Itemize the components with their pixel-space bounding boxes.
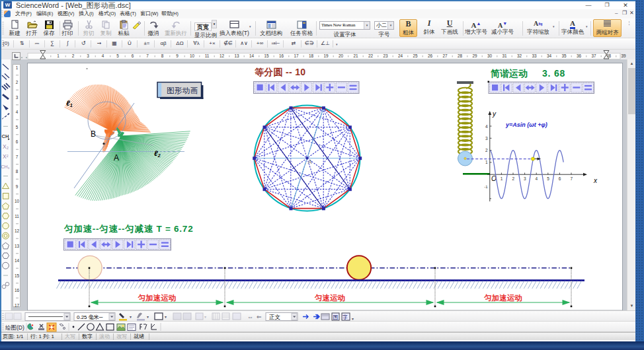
svg-text:17: 17 [15, 303, 20, 308]
svg-text:X²: X² [3, 153, 9, 160]
svg-text:14: 14 [15, 258, 20, 263]
svg-text:6: 6 [132, 53, 134, 58]
svg-text:11: 11 [15, 214, 19, 219]
svg-text:3: 3 [87, 53, 89, 58]
svg-text:国: 国 [333, 314, 339, 320]
svg-text:X₂: X₂ [3, 143, 9, 150]
svg-text:2: 2 [16, 80, 19, 85]
svg-text:29: 29 [472, 53, 477, 58]
svg-text:▾: ▾ [352, 317, 354, 321]
svg-text:8: 8 [16, 169, 19, 174]
svg-text:字: 字 [342, 314, 348, 320]
svg-text:2: 2 [512, 176, 514, 181]
svg-text:20: 20 [339, 53, 344, 58]
svg-text:-1: -1 [484, 185, 488, 189]
svg-text:19: 19 [323, 53, 329, 58]
svg-text:0.25 毫米─: 0.25 毫米─ [77, 314, 103, 320]
svg-text:13: 13 [234, 53, 239, 58]
svg-text:25: 25 [413, 53, 418, 58]
svg-text:26: 26 [428, 53, 433, 58]
svg-text:简谐运动: 简谐运动 [490, 68, 528, 79]
svg-text:13: 13 [15, 244, 20, 248]
svg-text:1: 1 [16, 65, 19, 70]
svg-text:36: 36 [577, 53, 582, 58]
svg-text:正文: 正文 [269, 314, 281, 320]
svg-text:17: 17 [294, 53, 299, 58]
svg-text:12: 12 [15, 228, 20, 233]
svg-text:图形动画: 图形动画 [167, 87, 198, 94]
svg-text:x: x [593, 177, 598, 184]
svg-text:39: 39 [621, 53, 626, 58]
svg-text:3: 3 [16, 95, 19, 100]
svg-text:9: 9 [16, 184, 19, 189]
svg-text:18: 18 [309, 53, 314, 58]
svg-text:16: 16 [279, 53, 284, 58]
svg-text:匀加速运动: 匀加速运动 [138, 294, 177, 302]
svg-text:3: 3 [524, 176, 526, 181]
svg-text:y=Asin (ωt +φ): y=Asin (ωt +φ) [505, 122, 547, 128]
svg-text:2: 2 [72, 53, 75, 58]
svg-text:匀加速运动: 匀加速运动 [483, 294, 522, 302]
svg-text:35: 35 [561, 53, 567, 58]
svg-text:7: 7 [570, 176, 573, 181]
svg-text:15: 15 [264, 53, 269, 58]
svg-text:32: 32 [517, 53, 522, 58]
svg-text:CH: CH [2, 133, 9, 139]
svg-text:绘图(D): 绘图(D) [5, 324, 24, 331]
svg-text:28: 28 [458, 53, 463, 58]
svg-text:A: A [307, 158, 312, 165]
svg-text:⇐: ⇐ [257, 314, 262, 320]
svg-text:16: 16 [15, 288, 20, 293]
svg-text:10: 10 [15, 199, 20, 203]
svg-text:匀加速--匀速--匀减速 T = 6.72: 匀加速--匀速--匀减速 T = 6.72 [63, 224, 193, 234]
svg-text:B: B [91, 129, 96, 139]
svg-text:5: 5 [116, 53, 119, 58]
svg-text:1: 1 [501, 176, 503, 181]
svg-text:CH₃: CH₃ [1, 164, 10, 169]
svg-text:34: 34 [547, 53, 552, 58]
svg-text:37: 37 [591, 53, 596, 58]
svg-text:30: 30 [487, 53, 493, 58]
svg-text:▾: ▾ [204, 315, 206, 319]
svg-text:22: 22 [368, 53, 374, 58]
svg-text:24: 24 [398, 53, 403, 58]
svg-text:▾: ▾ [147, 315, 149, 319]
svg-text:5: 5 [547, 176, 549, 181]
svg-text:33: 33 [532, 53, 537, 58]
svg-text:y: y [492, 110, 497, 118]
svg-text:15: 15 [15, 273, 20, 278]
svg-text:4: 4 [485, 124, 488, 129]
svg-text:6: 6 [16, 139, 19, 144]
svg-text:7: 7 [146, 53, 149, 58]
svg-text:等分圆 -- 10: 等分圆 -- 10 [254, 67, 305, 77]
svg-text:匀速运动: 匀速运动 [314, 294, 345, 302]
svg-text:3. 68: 3. 68 [542, 68, 565, 79]
svg-text:10: 10 [190, 53, 195, 58]
svg-text:⇔: ⇔ [247, 314, 253, 320]
svg-text:1: 1 [485, 160, 488, 164]
svg-text:8: 8 [161, 53, 164, 58]
svg-text:21: 21 [353, 53, 358, 58]
svg-text:▾: ▾ [165, 315, 167, 319]
svg-text:2: 2 [485, 148, 488, 153]
svg-text:4: 4 [16, 110, 19, 114]
svg-text:▾: ▾ [130, 315, 132, 319]
svg-text:31: 31 [502, 53, 507, 58]
svg-text:4: 4 [536, 176, 538, 181]
svg-text:3: 3 [485, 136, 488, 141]
svg-text:14: 14 [249, 53, 255, 58]
svg-text:11: 11 [205, 53, 210, 58]
svg-text:27: 27 [442, 53, 448, 58]
svg-text:4: 4 [102, 53, 104, 58]
svg-text:5: 5 [16, 125, 19, 129]
svg-text:1: 1 [57, 53, 60, 58]
svg-text:12: 12 [220, 53, 225, 58]
svg-text:9: 9 [176, 53, 179, 58]
svg-text:7: 7 [16, 155, 19, 159]
svg-text:23: 23 [383, 53, 388, 58]
svg-text:A: A [114, 153, 119, 162]
svg-text:6: 6 [559, 176, 561, 181]
